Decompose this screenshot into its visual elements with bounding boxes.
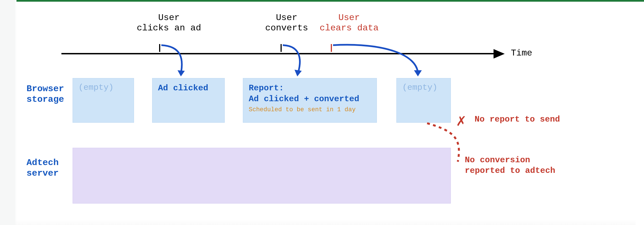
adtech-server-lane [73, 148, 451, 204]
arrow-clear-to-storage [331, 43, 431, 83]
error-no-conversion: No conversion reported to adtech [465, 155, 555, 176]
svg-marker-2 [295, 70, 302, 76]
failed-send-x-icon: ✗ [456, 110, 466, 130]
window-chrome-left-inner [15, 0, 16, 225]
window-chrome-top-mask [15, 2, 644, 6]
window-chrome-left [0, 0, 15, 225]
svg-marker-1 [178, 70, 185, 76]
arrow-convert-to-storage [281, 43, 325, 83]
svg-marker-3 [414, 70, 422, 76]
event-label-clear: User clears data [320, 13, 379, 33]
storage-state-4: (empty) [396, 78, 451, 123]
storage-state-2: Ad clicked [152, 78, 225, 123]
timeline-arrowhead-icon [494, 47, 507, 61]
error-no-report: No report to send [475, 114, 560, 125]
arrow-click-to-storage [159, 43, 215, 83]
row-label-adtech-server: Adtech server [27, 158, 59, 179]
bottom-fade [15, 219, 636, 225]
diagram-canvas: Time User clicks an ad User converts Use… [0, 0, 644, 225]
storage-state-4-text: (empty) [402, 83, 445, 92]
storage-state-3: Report: Ad clicked + converted Scheduled… [243, 78, 377, 123]
event-label-click: User clicks an ad [137, 13, 201, 33]
storage-state-3-schedule: Scheduled to be sent in 1 day [249, 106, 371, 113]
storage-state-3-title: Report: Ad clicked + converted [249, 83, 371, 105]
storage-state-1: (empty) [73, 78, 134, 123]
svg-marker-0 [494, 49, 505, 59]
row-label-browser-storage: Browser storage [27, 84, 64, 105]
timeline-axis-label: Time [511, 48, 532, 58]
event-label-convert: User converts [265, 13, 308, 33]
storage-state-1-text: (empty) [78, 83, 128, 92]
storage-state-2-text: Ad clicked [158, 83, 219, 94]
